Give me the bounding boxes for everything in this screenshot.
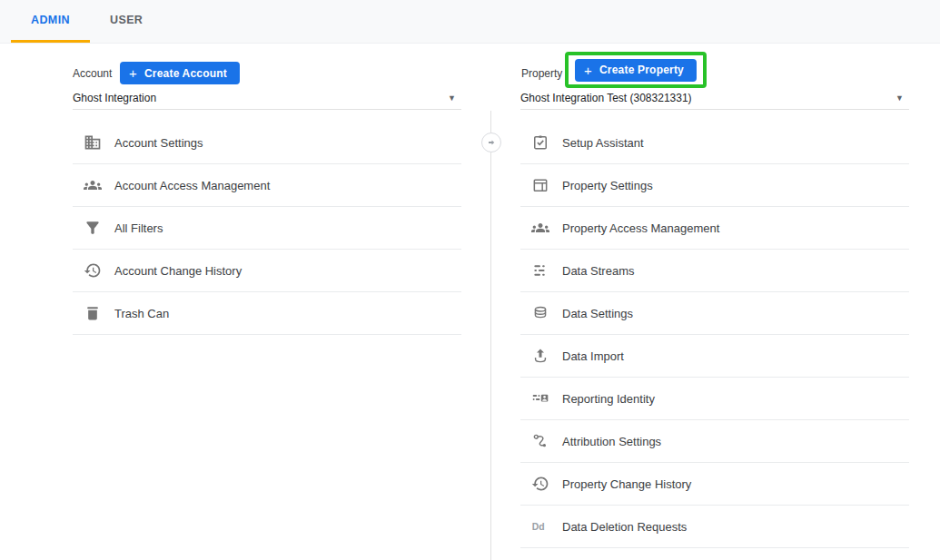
plus-icon: + xyxy=(129,66,137,80)
account-label: Account xyxy=(73,67,112,80)
people-icon xyxy=(531,219,549,237)
tab-bar: ADMIN USER xyxy=(0,0,940,44)
column-divider xyxy=(490,111,491,560)
create-account-button[interactable]: + Create Account xyxy=(120,62,240,84)
filter-icon xyxy=(84,219,102,237)
chevron-down-icon: ▼ xyxy=(895,93,904,103)
account-menu-item-account-settings[interactable]: Account Settings xyxy=(73,122,461,164)
arrow-right-icon xyxy=(486,137,497,148)
tab-user[interactable]: USER xyxy=(90,0,163,43)
property-menu-item-reporting-identity[interactable]: Reporting Identity xyxy=(520,378,909,420)
account-menu: Account Settings Account Access Manageme… xyxy=(73,122,461,335)
account-selector[interactable]: Ghost Integration ▼ xyxy=(73,87,461,110)
data-streams-icon xyxy=(531,261,549,280)
plus-icon: + xyxy=(584,64,592,77)
property-menu: Setup Assistant Property Settings Proper… xyxy=(520,122,909,548)
reporting-identity-icon xyxy=(531,389,549,408)
history-icon xyxy=(84,261,102,280)
account-menu-item-trash-can[interactable]: Trash Can xyxy=(73,292,461,335)
property-menu-item-data-settings[interactable]: Data Settings xyxy=(520,292,909,335)
data-import-icon xyxy=(531,347,549,365)
collapse-account-column-button[interactable] xyxy=(481,133,501,152)
trash-icon xyxy=(84,304,102,322)
property-menu-item-attribution-settings[interactable]: Attribution Settings xyxy=(520,420,909,463)
dd-icon xyxy=(531,517,549,535)
property-menu-item-data-streams[interactable]: Data Streams xyxy=(520,250,909,292)
create-account-label: Create Account xyxy=(144,67,227,80)
property-menu-item-setup-assistant[interactable]: Setup Assistant xyxy=(520,122,909,164)
account-menu-item-account-access-management[interactable]: Account Access Management xyxy=(73,164,461,207)
create-property-label: Create Property xyxy=(599,64,684,76)
building-icon xyxy=(84,133,102,152)
account-menu-item-account-change-history[interactable]: Account Change History xyxy=(73,250,461,292)
property-menu-item-property-change-history[interactable]: Property Change History xyxy=(520,463,909,506)
property-menu-item-property-access-management[interactable]: Property Access Management xyxy=(520,207,909,250)
property-menu-item-data-deletion-requests[interactable]: Data Deletion Requests xyxy=(520,506,909,548)
history-icon xyxy=(531,475,549,493)
account-selector-value: Ghost Integration xyxy=(73,92,156,104)
attribution-icon xyxy=(531,432,549,450)
chevron-down-icon: ▼ xyxy=(448,93,456,103)
account-menu-item-all-filters[interactable]: All Filters xyxy=(73,207,461,250)
create-property-button[interactable]: + Create Property xyxy=(575,59,697,82)
data-settings-icon xyxy=(531,304,549,322)
create-property-highlight-box: + Create Property xyxy=(565,52,707,88)
property-selector-value: Ghost Integration Test (308321331) xyxy=(520,92,692,104)
property-selector[interactable]: Ghost Integration Test (308321331) ▼ xyxy=(520,87,909,110)
setup-assistant-icon xyxy=(531,133,549,152)
tab-admin[interactable]: ADMIN xyxy=(11,0,90,43)
property-menu-item-data-import[interactable]: Data Import xyxy=(520,335,909,378)
people-icon xyxy=(84,176,102,194)
property-menu-item-property-settings[interactable]: Property Settings xyxy=(520,164,909,207)
property-settings-icon xyxy=(531,176,549,194)
property-label: Property xyxy=(521,67,562,80)
